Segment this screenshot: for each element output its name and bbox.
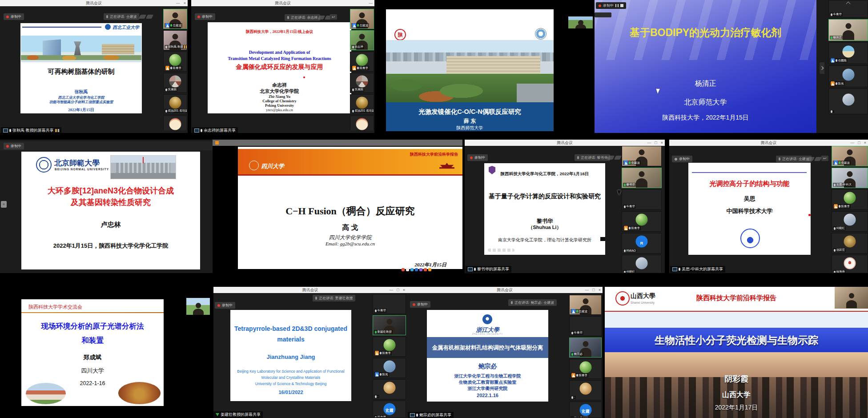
maximize-button[interactable]: □ — [655, 141, 657, 145]
banner-note: 陕西科技大学前沿科学报告 — [410, 152, 458, 157]
participant-tile[interactable]: 仝建波 — [350, 9, 374, 29]
taskbar-icon[interactable] — [402, 268, 405, 271]
recording-label: 录制中 — [11, 144, 21, 149]
participant-tile[interactable]: 谷颜政 — [828, 42, 868, 64]
participant-tile[interactable]: 石油201 石培新 — [350, 94, 374, 114]
slide-title-en2: Transition Metal Catalyzed Ring Formatio… — [208, 56, 351, 61]
minimize-button[interactable]: — — [389, 288, 393, 292]
slide-header: 陕西科技大学化学与化工学院，2022年1月16日 — [484, 171, 605, 177]
participant-tile[interactable]: 余志祥 — [350, 30, 374, 50]
taskbar-icon[interactable] — [419, 268, 422, 271]
participants-sidebar: 仝建波 牛青华 — [569, 295, 602, 417]
participant-tile[interactable]: 笑康园 — [350, 73, 374, 93]
participant-tile[interactable]: 鲍宗必 — [569, 338, 602, 358]
participant-tile[interactable]: 牛青华 — [622, 189, 662, 210]
participant-name-chip: 陈青李 — [374, 351, 392, 355]
maximize-button[interactable]: □ — [858, 141, 860, 145]
participant-avatar — [164, 116, 187, 130]
participant-tile[interactable]: 陈青李 — [373, 337, 406, 357]
slide-title: 光调控高分子的结构与功能 — [688, 180, 811, 188]
participant-tile[interactable]: 杨清正 — [828, 19, 868, 41]
participant-tile[interactable]: 仝建波 — [832, 146, 868, 166]
participant-tile[interactable]: 黎书华 — [622, 168, 662, 188]
pause-button[interactable] — [615, 4, 619, 7]
minimize-button[interactable]: — — [647, 141, 651, 145]
close-button[interactable]: × — [599, 288, 601, 292]
participant-tile[interactable]: 材料应化18罗玉萍 — [350, 116, 374, 130]
webcam-thumbnail[interactable] — [186, 298, 210, 315]
participant-name: 吴思-中科大 — [836, 183, 852, 187]
recording-toolbar: 录制中 — [596, 2, 626, 9]
participant-tile[interactable]: 玄露 笑玄露 — [373, 401, 406, 417]
participant-tile[interactable]: 笑康园 — [163, 73, 187, 93]
recording-indicator[interactable]: 录制中 — [672, 156, 692, 162]
photo-water — [21, 60, 141, 62]
minimize-button[interactable]: — — [176, 1, 180, 5]
campus-photo — [110, 155, 176, 179]
participant-tile[interactable]: R RMIAO — [622, 233, 662, 253]
taskbar-icon[interactable] — [415, 268, 418, 271]
participant-tile[interactable]: 陈青李 — [622, 211, 662, 232]
participant-tile[interactable]: 陈青李 — [832, 189, 868, 210]
minimize-button[interactable]: — — [369, 1, 373, 5]
close-button[interactable]: × — [661, 141, 663, 145]
close-button[interactable]: × — [184, 1, 186, 5]
recording-indicator[interactable]: 录制中 — [467, 154, 488, 161]
screenshot-collage: { "app":{"window_title":"腾讯会议","recordin… — [0, 0, 868, 418]
recording-indicator[interactable]: 录制中 — [215, 302, 235, 309]
webcam-thumbnail[interactable] — [835, 287, 868, 309]
slide-date: 2022.1.16 — [427, 393, 548, 398]
participant-tile[interactable]: 姜建壮教授 — [373, 315, 406, 335]
recording-indicator[interactable]: 录制中 — [4, 13, 24, 20]
webcam-thumbnail[interactable] — [568, 16, 593, 28]
participant-tile[interactable]: 何晓红 — [622, 255, 662, 273]
university-logo-text: 四川大学 — [261, 162, 284, 170]
participant-tile[interactable]: 玄露 笑玄露 — [569, 402, 602, 417]
participant-tile[interactable]: 牛青华 — [569, 316, 602, 336]
participant-tile[interactable]: · — [569, 380, 602, 400]
taskbar-icon[interactable] — [406, 268, 409, 271]
participant-tile[interactable]: 石油201 石培新 — [163, 94, 187, 114]
participant-tile[interactable]: 陈青李 — [163, 52, 187, 72]
participant-tile[interactable]: 张跃宏 — [832, 233, 868, 253]
participant-tile[interactable]: 徐海燕 — [832, 255, 868, 273]
participant-tile[interactable]: · — [373, 379, 406, 399]
participant-tile[interactable]: 陈光 — [828, 65, 868, 87]
participant-tile[interactable]: 陈光 — [373, 358, 406, 378]
menu-handle-icon[interactable]: ≡ — [1, 201, 7, 208]
participant-tile[interactable]: 仝建波 — [569, 295, 602, 315]
return-button[interactable]: ↩ — [821, 156, 828, 161]
recording-indicator[interactable]: 录制中 — [4, 143, 24, 149]
participant-tile[interactable]: 何晓红 — [832, 211, 868, 232]
speaker-name: 杨清正 — [595, 79, 816, 88]
participant-tile[interactable]: 吴思-中科大 — [832, 168, 868, 188]
minimize-button[interactable]: — — [850, 141, 854, 145]
stop-button[interactable] — [620, 4, 623, 7]
participant-tile[interactable]: 仝建波 — [622, 146, 662, 166]
mic-icon — [571, 332, 573, 334]
minimize-button[interactable]: — — [585, 288, 589, 292]
collapse-chevron-icon[interactable] — [829, 0, 868, 5]
participant-tile[interactable]: 牛青华 — [828, 0, 868, 18]
taskbar-icon[interactable] — [428, 268, 431, 271]
participant-tile[interactable]: 张秋禹 教授 — [163, 30, 187, 50]
maximize-button[interactable]: □ — [397, 288, 399, 292]
participant-tile[interactable]: 陈青李 — [569, 359, 602, 379]
participant-tile[interactable] — [828, 88, 868, 114]
close-button[interactable]: × — [403, 288, 405, 292]
participant-tile[interactable]: 陈青李 — [350, 52, 374, 72]
participant-tile[interactable]: 仝建波 — [163, 9, 187, 29]
close-button[interactable]: × — [864, 141, 866, 145]
recording-indicator[interactable]: 录制中 — [195, 13, 215, 20]
screen-icon — [194, 129, 199, 133]
taskbar-icon[interactable] — [424, 268, 427, 271]
participant-tile[interactable]: 牛青华 — [373, 294, 406, 314]
participant-name: 陈青李 — [841, 205, 850, 209]
participant-tile[interactable]: 材料应化18罗玉萍 — [163, 116, 187, 130]
avatar-text: R — [640, 241, 643, 245]
maximize-button[interactable]: □ — [592, 288, 595, 292]
recording-indicator[interactable]: 录制中 — [410, 301, 430, 308]
return-button[interactable]: ↩ — [330, 14, 337, 20]
taskbar-icon[interactable] — [410, 268, 414, 271]
sidebar-collapse-button[interactable] — [820, 62, 824, 74]
